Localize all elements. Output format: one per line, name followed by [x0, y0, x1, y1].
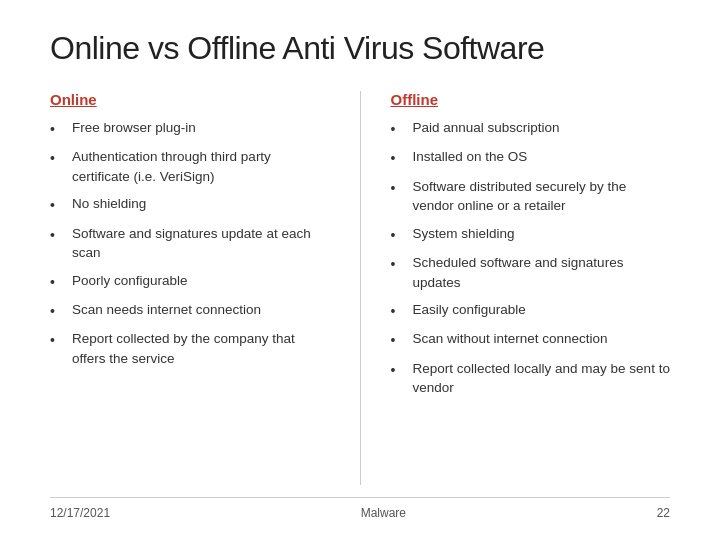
online-header: Online: [50, 91, 330, 108]
slide-title: Online vs Offline Anti Virus Software: [50, 30, 670, 67]
offline-item-4: System shielding: [413, 224, 515, 244]
list-item: • Software and signatures update at each…: [50, 224, 330, 263]
list-item: • Free browser plug-in: [50, 118, 330, 139]
bullet-icon: •: [391, 360, 407, 380]
offline-item-2: Installed on the OS: [413, 147, 528, 167]
offline-item-5: Scheduled software and signatures update…: [413, 253, 671, 292]
bullet-icon: •: [50, 195, 66, 215]
online-item-3: No shielding: [72, 194, 146, 214]
bullet-icon: •: [391, 301, 407, 321]
list-item: • System shielding: [391, 224, 671, 245]
offline-list: • Paid annual subscription • Installed o…: [391, 118, 671, 406]
offline-column: Offline • Paid annual subscription • Ins…: [361, 91, 671, 485]
bullet-icon: •: [50, 148, 66, 168]
online-list: • Free browser plug-in • Authentication …: [50, 118, 330, 377]
online-column: Online • Free browser plug-in • Authenti…: [50, 91, 361, 485]
list-item: • Scan without internet connection: [391, 329, 671, 350]
list-item: • Poorly configurable: [50, 271, 330, 292]
list-item: • No shielding: [50, 194, 330, 215]
list-item: • Report collected locally and may be se…: [391, 359, 671, 398]
footer-date: 12/17/2021: [50, 506, 110, 520]
offline-item-8: Report collected locally and may be sent…: [413, 359, 671, 398]
bullet-icon: •: [391, 225, 407, 245]
list-item: • Installed on the OS: [391, 147, 671, 168]
list-item: • Scheduled software and signatures upda…: [391, 253, 671, 292]
bullet-icon: •: [50, 119, 66, 139]
list-item: • Authentication through third party cer…: [50, 147, 330, 186]
bullet-icon: •: [50, 272, 66, 292]
bullet-icon: •: [391, 119, 407, 139]
online-item-2: Authentication through third party certi…: [72, 147, 330, 186]
bullet-icon: •: [391, 148, 407, 168]
list-item: • Paid annual subscription: [391, 118, 671, 139]
bullet-icon: •: [391, 330, 407, 350]
offline-item-3: Software distributed securely by the ven…: [413, 177, 671, 216]
list-item: • Report collected by the company that o…: [50, 329, 330, 368]
columns-container: Online • Free browser plug-in • Authenti…: [50, 91, 670, 485]
slide: Online vs Offline Anti Virus Software On…: [0, 0, 720, 540]
bullet-icon: •: [391, 178, 407, 198]
footer-center: Malware: [361, 506, 406, 520]
online-item-1: Free browser plug-in: [72, 118, 196, 138]
online-item-6: Scan needs internet connection: [72, 300, 261, 320]
list-item: • Easily configurable: [391, 300, 671, 321]
online-item-4: Software and signatures update at each s…: [72, 224, 330, 263]
list-item: • Scan needs internet connection: [50, 300, 330, 321]
bullet-icon: •: [391, 254, 407, 274]
footer-page: 22: [657, 506, 670, 520]
slide-footer: 12/17/2021 Malware 22: [50, 497, 670, 520]
online-item-5: Poorly configurable: [72, 271, 188, 291]
offline-item-7: Scan without internet connection: [413, 329, 608, 349]
offline-item-6: Easily configurable: [413, 300, 526, 320]
bullet-icon: •: [50, 330, 66, 350]
bullet-icon: •: [50, 301, 66, 321]
offline-header: Offline: [391, 91, 671, 108]
online-item-7: Report collected by the company that off…: [72, 329, 330, 368]
offline-item-1: Paid annual subscription: [413, 118, 560, 138]
bullet-icon: •: [50, 225, 66, 245]
list-item: • Software distributed securely by the v…: [391, 177, 671, 216]
